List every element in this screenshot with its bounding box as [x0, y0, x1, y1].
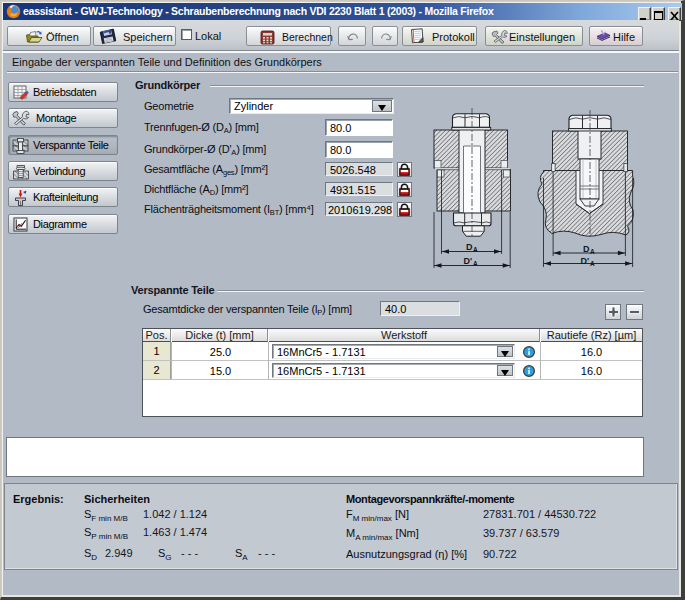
svg-text:A: A	[590, 248, 595, 255]
svg-text:D': D'	[464, 256, 473, 266]
svg-text:A: A	[473, 260, 478, 267]
svg-text:D': D'	[581, 256, 590, 266]
svg-text:A: A	[473, 246, 478, 253]
svg-text:D: D	[583, 244, 590, 254]
svg-text:A: A	[590, 260, 595, 267]
svg-text:D: D	[466, 242, 473, 252]
